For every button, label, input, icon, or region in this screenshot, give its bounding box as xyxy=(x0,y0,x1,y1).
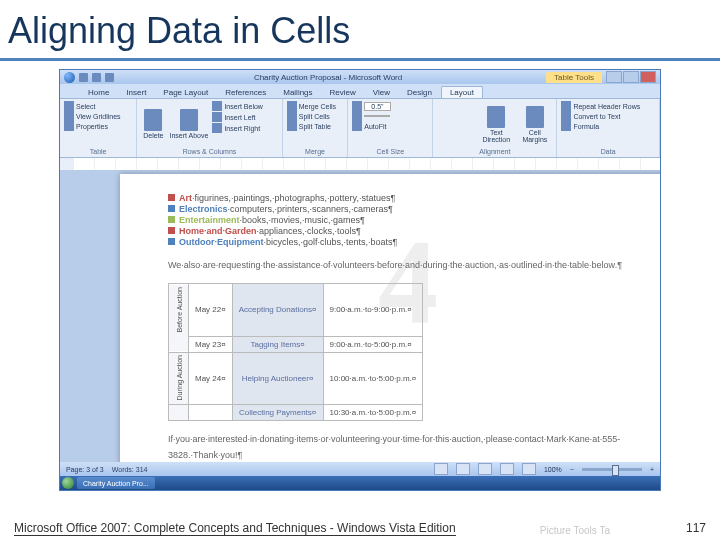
insert-below-button[interactable]: Insert Below xyxy=(224,103,263,110)
column-width-field[interactable] xyxy=(364,115,390,117)
close-button[interactable] xyxy=(640,71,656,83)
windows-taskbar: Charity Auction Pro... xyxy=(60,476,660,490)
align-tr-icon[interactable] xyxy=(463,101,475,113)
properties-button[interactable]: Properties xyxy=(76,123,108,130)
merge-cells-button[interactable]: Merge Cells xyxy=(299,103,336,110)
zoom-in-button[interactable]: + xyxy=(650,466,654,473)
group-label-alignment: Alignment xyxy=(437,147,552,155)
zoom-percent[interactable]: 100% xyxy=(544,466,562,473)
status-words[interactable]: Words: 314 xyxy=(112,466,148,473)
convert-to-text-button[interactable]: Convert to Text xyxy=(573,113,620,120)
tab-review[interactable]: Review xyxy=(322,87,364,98)
insert-left-button[interactable]: Insert Left xyxy=(224,114,255,121)
bullet-item: Art·figurines,·paintings,·photographs,·p… xyxy=(168,193,648,203)
zoom-slider[interactable] xyxy=(582,468,642,471)
view-print-layout-icon[interactable] xyxy=(434,463,448,475)
qat-undo-icon[interactable] xyxy=(92,73,101,82)
table-cell[interactable]: 10:00·a.m.·to·5:00·p.m.¤ xyxy=(323,352,423,405)
table-cell[interactable]: Tagging Items¤ xyxy=(232,336,323,352)
merge-cells-icon xyxy=(287,101,297,111)
view-gridlines-button[interactable]: View Gridlines xyxy=(76,113,121,120)
start-button[interactable] xyxy=(62,477,74,489)
group-label-cell-size: Cell Size xyxy=(352,147,428,155)
table-cell[interactable]: 9:00·a.m.·to·9:00·p.m.¤ xyxy=(323,284,423,337)
zoom-out-button[interactable]: − xyxy=(570,466,574,473)
view-full-screen-icon[interactable] xyxy=(456,463,470,475)
group-label-table: Table xyxy=(64,147,132,155)
tab-home[interactable]: Home xyxy=(80,87,117,98)
row-height-field[interactable]: 0.5" xyxy=(364,102,390,111)
formula-icon xyxy=(561,121,571,131)
table-cell[interactable]: Accepting Donations¤ xyxy=(232,284,323,337)
window-title: Charity Auction Proposal - Microsoft Wor… xyxy=(118,73,538,82)
tab-mailings[interactable]: Mailings xyxy=(275,87,320,98)
formula-button[interactable]: Formula xyxy=(573,123,599,130)
align-bc-icon[interactable] xyxy=(450,127,462,139)
view-outline-icon[interactable] xyxy=(500,463,514,475)
text-direction-button[interactable]: Text Direction xyxy=(477,101,515,147)
maximize-button[interactable] xyxy=(623,71,639,83)
group-table: Select View Gridlines Properties Table xyxy=(60,99,137,157)
cell-margins-button[interactable]: Cell Margins xyxy=(517,101,552,147)
qat-save-icon[interactable] xyxy=(79,73,88,82)
group-data: Repeat Header Rows Convert to Text Formu… xyxy=(557,99,660,157)
group-alignment: Text Direction Cell Margins Alignment xyxy=(433,99,557,157)
autofit-button[interactable]: AutoFit xyxy=(364,123,386,130)
tab-references[interactable]: References xyxy=(217,87,274,98)
bullet-category: Home·and·Garden xyxy=(179,226,257,236)
bullet-category: Outdoor·Equipment xyxy=(179,237,264,247)
view-web-layout-icon[interactable] xyxy=(478,463,492,475)
table-cell[interactable]: May 23¤ xyxy=(189,336,233,352)
bullet-square-icon xyxy=(168,194,175,201)
office-button[interactable] xyxy=(64,72,75,83)
insert-left-icon xyxy=(212,112,222,122)
bullet-item: Electronics·computers,·printers,·scanner… xyxy=(168,204,648,214)
tab-page-layout[interactable]: Page Layout xyxy=(155,87,216,98)
word-window: Charity Auction Proposal - Microsoft Wor… xyxy=(59,69,661,491)
schedule-table[interactable]: Before AuctionMay 22¤Accepting Donations… xyxy=(168,283,423,421)
bullet-square-icon xyxy=(168,238,175,245)
table-cell[interactable]: Collecting Payments¤ xyxy=(232,405,323,421)
insert-right-icon xyxy=(212,123,222,133)
insert-above-button[interactable]: Insert Above xyxy=(167,101,210,147)
align-mc-icon[interactable] xyxy=(450,114,462,126)
status-page[interactable]: Page: 3 of 3 xyxy=(66,466,104,473)
tab-layout[interactable]: Layout xyxy=(441,86,483,98)
align-mr-icon[interactable] xyxy=(463,114,475,126)
align-tc-icon[interactable] xyxy=(450,101,462,113)
align-bl-icon[interactable] xyxy=(437,127,449,139)
align-br-icon[interactable] xyxy=(463,127,475,139)
table-cell[interactable]: 9:00·a.m.·to·5:00·p.m.¤ xyxy=(323,336,423,352)
table-cell[interactable]: Helping Auctioneer¤ xyxy=(232,352,323,405)
bullet-item: Entertainment·books,·movies,·music,·game… xyxy=(168,215,648,225)
tab-view[interactable]: View xyxy=(365,87,398,98)
split-table-button[interactable]: Split Table xyxy=(299,123,331,130)
insert-right-button[interactable]: Insert Right xyxy=(224,125,260,132)
table-cell[interactable]: May 24¤ xyxy=(189,352,233,405)
document-area[interactable]: 4 Art·figurines,·paintings,·photographs,… xyxy=(60,170,660,462)
tab-design[interactable]: Design xyxy=(399,87,440,98)
qat-redo-icon[interactable] xyxy=(105,73,114,82)
table-cell[interactable]: May 22¤ xyxy=(189,284,233,337)
row-header-before: Before Auction xyxy=(169,284,189,337)
bullet-category: Electronics xyxy=(179,204,228,214)
align-tl-icon[interactable] xyxy=(437,101,449,113)
delete-button[interactable]: Delete xyxy=(141,101,165,147)
convert-text-icon xyxy=(561,111,571,121)
split-cells-button[interactable]: Split Cells xyxy=(299,113,330,120)
select-button[interactable]: Select xyxy=(76,103,95,110)
bullet-desc: ·books,·movies,·music,·games¶ xyxy=(240,215,365,225)
select-icon xyxy=(64,101,74,111)
view-draft-icon[interactable] xyxy=(522,463,536,475)
bullet-item: Home·and·Garden·appliances,·clocks,·tool… xyxy=(168,226,648,236)
taskbar-item-word[interactable]: Charity Auction Pro... xyxy=(77,477,155,489)
row-header-during: During Auction xyxy=(169,352,189,405)
table-cell[interactable]: 10:30·a.m.·to·5:00·p.m.¤ xyxy=(323,405,423,421)
gridlines-icon xyxy=(64,111,74,121)
table-cell[interactable] xyxy=(189,405,233,421)
tab-insert[interactable]: Insert xyxy=(118,87,154,98)
repeat-header-rows-button[interactable]: Repeat Header Rows xyxy=(573,103,640,110)
align-ml-icon[interactable] xyxy=(437,114,449,126)
minimize-button[interactable] xyxy=(606,71,622,83)
group-cell-size: 0.5" AutoFit Cell Size xyxy=(348,99,433,157)
